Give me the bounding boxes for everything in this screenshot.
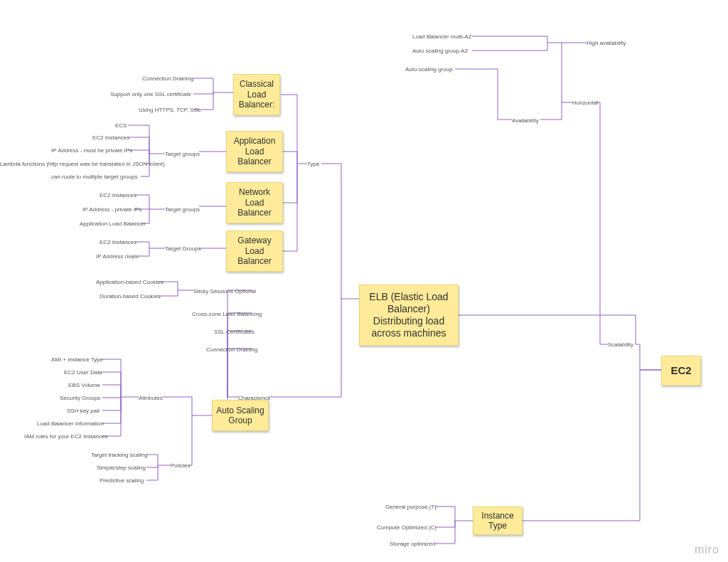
- branch-sticky-sessions: Sticky Sessions Optional: [193, 288, 256, 295]
- leaf: EC2 Instances: [100, 192, 136, 198]
- leaf: EC2 User Data: [64, 369, 102, 376]
- branch-high-availability: High availability: [587, 40, 626, 46]
- leaf: Using HTTPS, TCP, SSL: [139, 107, 201, 113]
- node-gateway-lb[interactable]: Gateway Load Balancer: [226, 230, 283, 272]
- branch-characteristics: Characterics: [238, 395, 270, 401]
- leaf: Application Load Balancer: [80, 221, 146, 227]
- leaf: IP Address - private IPs: [82, 206, 141, 213]
- leaf: IP Address - must be private IPs: [51, 147, 132, 154]
- leaf: AMI + Instance Type: [51, 356, 103, 363]
- node-application-lb[interactable]: Application Load Balancer: [226, 131, 283, 172]
- node-label: Auto Scaling Group: [215, 405, 265, 426]
- node-elb[interactable]: ELB (Elastic Load Balancer) Distributing…: [359, 285, 459, 346]
- node-asg[interactable]: Auto Scaling Group: [212, 400, 269, 431]
- leaf: can route to multiple target groups: [51, 174, 137, 180]
- leaf: Connection Draining: [206, 346, 258, 353]
- leaf: Lambda functions (http request was be tr…: [0, 161, 165, 167]
- leaf: Simple/step scaling: [97, 465, 146, 471]
- leaf: EBS Volume: [68, 382, 100, 388]
- leaf: Compute Optimized (C): [377, 524, 437, 531]
- leaf: EC2 Instances: [92, 134, 129, 141]
- branch-horizontal: Horizontal: [572, 100, 598, 106]
- node-label: ELB (Elastic Load Balancer) Distributing…: [363, 291, 455, 339]
- leaf-asg-top: Auto-scaling group: [405, 66, 453, 73]
- node-network-lb[interactable]: Network Load Balancer: [226, 182, 283, 223]
- node-classical-lb[interactable]: Classical Load Balancer:: [233, 74, 280, 115]
- branch-policies: Policies: [171, 462, 191, 469]
- leaf: SSH key pair: [67, 408, 100, 414]
- node-instance-type[interactable]: Instance Type: [473, 507, 523, 535]
- leaf: Storage optimized: [390, 541, 435, 547]
- branch-attributes: Attributes: [139, 395, 163, 401]
- leaf: Duration-based Cookies: [100, 293, 161, 299]
- leaf: ECS: [115, 122, 127, 129]
- mindmap-canvas[interactable]: EC2 ELB (Elastic Load Balancer) Distribu…: [0, 0, 728, 562]
- branch-scalability: Scalability: [608, 341, 633, 348]
- branch-target-groups: Target groups: [165, 151, 200, 157]
- leaf: IP Address rivate: [96, 253, 139, 260]
- branch-availability: Availability: [512, 117, 539, 124]
- leaf: Application-based Cookies: [96, 279, 164, 285]
- watermark: miro: [695, 544, 719, 556]
- leaf: Predictive scaling: [100, 477, 144, 484]
- leaf: General purpose (T): [385, 504, 437, 510]
- leaf: EC2 Instances: [100, 239, 136, 245]
- branch-target-groups: Target groups: [165, 206, 200, 213]
- node-label: Classical Load Balancer:: [237, 79, 277, 110]
- node-label: Application Load Balancer: [230, 136, 279, 166]
- leaf: Target tracking scaling: [91, 452, 148, 458]
- node-label: EC2: [670, 364, 691, 377]
- leaf: Support only one SSL certificate: [110, 91, 191, 97]
- branch-type: Type: [307, 161, 319, 167]
- leaf: IAM roles for your EC2 Instances: [24, 433, 107, 440]
- leaf: Load Balancer Information: [37, 420, 104, 427]
- node-label: Gateway Load Balancer: [230, 235, 279, 266]
- node-ec2[interactable]: EC2: [661, 356, 701, 386]
- leaf-asg-az: Auto scaling group AZ: [412, 48, 468, 54]
- leaf-lb-multi-az: Load Balancer multi-AZ: [412, 33, 472, 40]
- leaf: SSL Certificates: [214, 329, 255, 335]
- node-label: Network Load Balancer: [230, 187, 279, 218]
- branch-target-groups: Target Groups: [165, 245, 201, 252]
- leaf: Connection Draining: [142, 75, 194, 82]
- leaf: Cross-zone Load Balancing: [192, 311, 262, 317]
- node-label: Instance Type: [476, 511, 519, 531]
- leaf: Security Groups: [60, 395, 100, 401]
